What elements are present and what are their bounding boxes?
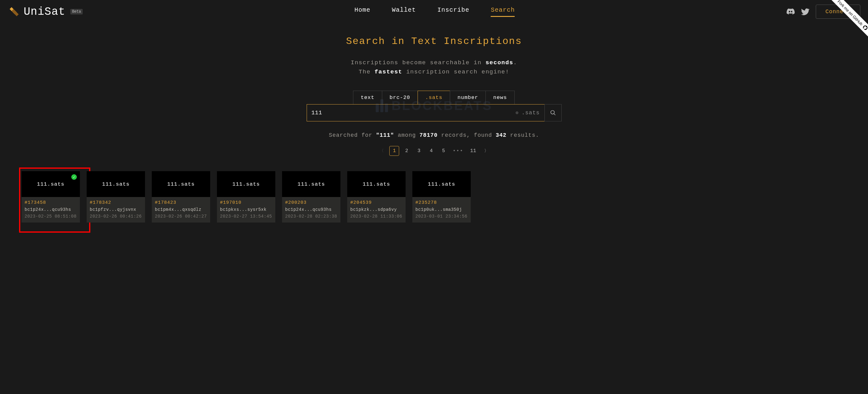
card-name: 111.sats [167, 181, 195, 187]
card-name: 111.sats [232, 181, 260, 187]
result-card[interactable]: 111.sats#235278bc1p0uk...sma350j2023-03-… [412, 171, 471, 222]
nav-home[interactable]: Home [354, 6, 370, 17]
card-timestamp: 2023-02-27 13:54:45 [220, 214, 272, 219]
tab-news[interactable]: news [486, 91, 515, 104]
card-address: bc1pfzv...qyjsvnx [90, 207, 142, 212]
main-nav: HomeWalletInscribeSearch [89, 6, 780, 17]
card-meta: #204539bc1pkzk...sdpa6vy2023-02-28 11:33… [347, 197, 406, 222]
card-meta: #178423bc1pm4x...qxsqdlz2023-02-26 00:42… [152, 197, 210, 222]
card-timestamp: 2023-03-01 23:34:56 [415, 214, 468, 219]
search-row: ⊗ .sats [6, 104, 862, 121]
page-next[interactable]: 〉 [481, 146, 492, 155]
verified-icon: ✓ [71, 174, 77, 180]
subtitle-2: The fastest inscription search engine! [6, 68, 862, 75]
page-1[interactable]: 1 [389, 146, 399, 156]
card-meta: #235278bc1p0uk...sma350j2023-03-01 23:34… [412, 197, 471, 222]
search-suffix: .sats [521, 110, 539, 116]
card-name: 111.sats [428, 181, 455, 187]
page-prev: 〈 [376, 146, 387, 155]
page-4[interactable]: 4 [426, 146, 436, 156]
results-grid: 111.sats✓#173458bc1p24x...qcu93hs2023-02… [0, 162, 868, 232]
nav-inscribe[interactable]: Inscribe [437, 6, 469, 17]
card-visual: 111.sats [412, 171, 471, 197]
page-11[interactable]: 11 [468, 146, 478, 156]
search-button[interactable] [545, 104, 562, 121]
discord-icon[interactable] [786, 7, 795, 16]
result-card[interactable]: 111.sats✓#173458bc1p24x...qcu93hs2023-02… [22, 171, 80, 222]
brand-name: UniSat [24, 5, 65, 18]
card-address: bc1p0uk...sma350j [415, 207, 468, 212]
search-box: ⊗ .sats [307, 104, 545, 121]
github-icon [862, 24, 868, 31]
page-2[interactable]: 2 [402, 146, 411, 156]
search-tabs: textbrc-20.satsnumbernews [6, 91, 862, 104]
page-ellipsis: ••• [451, 148, 465, 154]
page-3[interactable]: 3 [414, 146, 424, 156]
subtitle-1: Inscriptions become searchable in second… [6, 59, 862, 66]
card-timestamp: 2023-02-28 11:33:06 [350, 214, 403, 219]
beta-badge: Beta [70, 9, 83, 14]
page-title: Search in Text Inscriptions [6, 36, 862, 47]
card-id: #235278 [415, 200, 468, 205]
card-name: 111.sats [363, 181, 390, 187]
card-id: #178423 [155, 200, 207, 205]
card-visual: 111.sats [152, 171, 210, 197]
result-card[interactable]: 111.sats#200203bc1p24x...qcu93hs2023-02-… [282, 171, 340, 222]
card-name: 111.sats [37, 181, 64, 187]
card-meta: #197010bc1pkxs...sysr5xk2023-02-27 13:54… [217, 197, 275, 222]
svg-point-0 [551, 111, 554, 114]
nav-wallet[interactable]: Wallet [392, 6, 416, 17]
nav-search[interactable]: Search [491, 6, 515, 17]
card-id: #197010 [220, 200, 272, 205]
tab-sats[interactable]: .sats [417, 91, 450, 104]
card-id: #173458 [25, 200, 77, 205]
card-visual: 111.sats [217, 171, 275, 197]
twitter-icon[interactable] [801, 7, 810, 16]
card-timestamp: 2023-02-25 08:51:08 [25, 214, 77, 219]
card-meta: #178342bc1pfzv...qyjsvnx2023-02-26 00:41… [87, 197, 145, 222]
card-name: 111.sats [298, 181, 325, 187]
card-visual: 111.sats [347, 171, 406, 197]
card-id: #200203 [285, 200, 337, 205]
card-timestamp: 2023-02-28 02:23:38 [285, 214, 337, 219]
card-meta: #200203bc1p24x...qcu93hs2023-02-28 02:23… [282, 197, 340, 222]
main: Search in Text Inscriptions Inscriptions… [0, 23, 868, 162]
pagination: 〈12345•••11〉 [6, 146, 862, 156]
logo-icon [8, 5, 21, 18]
result-card[interactable]: 111.sats#178423bc1pm4x...qxsqdlz2023-02-… [152, 171, 210, 222]
card-id: #204539 [350, 200, 403, 205]
card-timestamp: 2023-02-26 00:42:27 [155, 214, 207, 219]
card-visual: 111.sats [282, 171, 340, 197]
card-meta: #173458bc1p24x...qcu93hs2023-02-25 08:51… [22, 197, 80, 222]
card-address: bc1pkzk...sdpa6vy [350, 207, 403, 212]
svg-line-1 [554, 114, 555, 115]
card-address: bc1pkxs...sysr5xk [220, 207, 272, 212]
card-visual: 111.sats [87, 171, 145, 197]
result-summary: Searched for "111" among 78170 records, … [6, 132, 862, 138]
result-card[interactable]: 111.sats#204539bc1pkzk...sdpa6vy2023-02-… [347, 171, 406, 222]
card-visual: 111.sats✓ [22, 171, 80, 197]
header: UniSat Beta HomeWalletInscribeSearch Con… [0, 0, 868, 23]
result-card[interactable]: 111.sats#197010bc1pkxs...sysr5xk2023-02-… [217, 171, 275, 222]
tab-number[interactable]: number [450, 91, 486, 104]
card-address: bc1pm4x...qxsqdlz [155, 207, 207, 212]
card-timestamp: 2023-02-26 00:41:26 [90, 214, 142, 219]
search-input[interactable] [312, 110, 516, 116]
tab-text[interactable]: text [353, 91, 382, 104]
result-card[interactable]: 111.sats#178342bc1pfzv...qyjsvnx2023-02-… [87, 171, 145, 222]
clear-icon[interactable]: ⊗ [516, 110, 519, 116]
card-name: 111.sats [102, 181, 130, 187]
logo[interactable]: UniSat Beta [8, 5, 83, 18]
card-address: bc1p24x...qcu93hs [25, 207, 77, 212]
card-address: bc1p24x...qcu93hs [285, 207, 337, 212]
tab-brc20[interactable]: brc-20 [382, 91, 418, 104]
card-id: #178342 [90, 200, 142, 205]
search-icon [550, 110, 556, 116]
page-5[interactable]: 5 [438, 146, 448, 156]
